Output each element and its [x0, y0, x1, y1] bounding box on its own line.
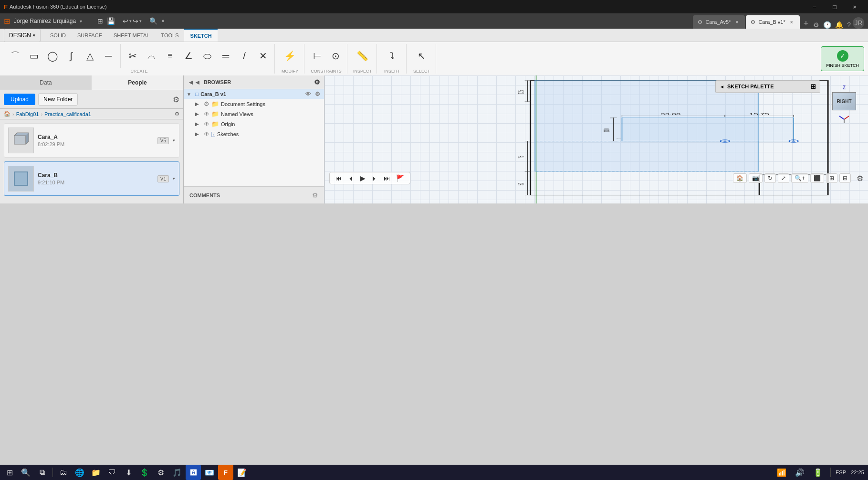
- design-button[interactable]: DESIGN ▾: [4, 29, 41, 42]
- prev-frame-btn[interactable]: ⏴: [346, 173, 356, 183]
- bell-icon[interactable]: 🔔: [833, 21, 845, 29]
- undo-icon[interactable]: ↩: [123, 17, 128, 25]
- browser-item-origin[interactable]: ▶ 👁 📁 Origin: [184, 119, 324, 129]
- home-view-btn[interactable]: 🏠: [733, 173, 747, 183]
- browser-root-item[interactable]: ▼ □ Cara_B v1 👁 ⚙: [184, 89, 324, 99]
- browser-item-sketches[interactable]: ▶ 👁 ⌺ Sketches: [184, 129, 324, 139]
- line-tool-btn[interactable]: ─: [100, 44, 117, 67]
- hatch-tool-btn[interactable]: ≡: [161, 44, 178, 67]
- breadcrumb-fabdig01[interactable]: FabDig01: [16, 111, 39, 117]
- clock-icon[interactable]: 🕐: [821, 21, 833, 29]
- task-view-icon[interactable]: ⧉: [34, 465, 50, 480]
- grid-btn[interactable]: ⊞: [826, 173, 837, 183]
- new-folder-button[interactable]: New Folder: [38, 93, 78, 106]
- version-dropdown-cara-b[interactable]: ▾: [173, 176, 175, 181]
- spline-tool-btn[interactable]: ∫: [63, 44, 80, 67]
- settings-icon[interactable]: ⚙: [811, 21, 821, 29]
- user-name[interactable]: Jorge Ramirez Urquiaga: [14, 18, 76, 24]
- finish-sketch-button[interactable]: ✓ FINISH SKETCH: [821, 46, 864, 71]
- ribbon-tab-solid[interactable]: SOLID: [44, 29, 72, 42]
- ellipse-tool-btn[interactable]: ⬭: [199, 44, 216, 67]
- browser-root-eye-icon[interactable]: 👁: [305, 91, 311, 97]
- file-item-cara-a[interactable]: Cara_A 8:02:29 PM V5 ▾: [4, 123, 179, 158]
- tab-cara-av5[interactable]: ⚙ Cara_Av5* ×: [693, 15, 745, 29]
- diag-line-btn[interactable]: /: [236, 44, 253, 67]
- file-version-cara-a[interactable]: V5: [157, 137, 169, 144]
- camera-btn[interactable]: 📷: [749, 173, 763, 183]
- browser-item-named-views[interactable]: ▶ 👁 📁 Named Views: [184, 109, 324, 119]
- search-icon[interactable]: 🔍: [149, 17, 157, 25]
- browser-sketches-eye-icon[interactable]: 👁: [204, 131, 209, 138]
- tab-close-active-icon[interactable]: ×: [788, 19, 795, 25]
- play-btn[interactable]: ▶: [358, 173, 367, 183]
- first-frame-btn[interactable]: ⏮: [334, 173, 344, 183]
- constraint-h-btn[interactable]: ⊢: [308, 44, 325, 67]
- circle-tool-btn[interactable]: ◯: [44, 44, 61, 67]
- viewport-settings-icon[interactable]: ⚙: [857, 174, 863, 183]
- save-icon[interactable]: 💾: [107, 17, 115, 25]
- security-icon[interactable]: 🛡: [105, 465, 120, 480]
- close-button[interactable]: ×: [845, 0, 864, 13]
- ribbon-tab-sketch[interactable]: SKETCH: [184, 29, 217, 42]
- browser-item-doc-settings[interactable]: ▶ ⚙ 📁 Document Settings: [184, 99, 324, 109]
- browser-icon[interactable]: 🌐: [72, 465, 87, 480]
- breadcrumb-settings-icon[interactable]: ⚙: [175, 111, 179, 117]
- user-dropdown-icon[interactable]: ▾: [80, 19, 82, 24]
- help-icon[interactable]: ?: [845, 21, 853, 29]
- volume-taskbar-icon[interactable]: 🔊: [792, 465, 807, 480]
- file-manager-icon[interactable]: 🗂: [56, 465, 71, 480]
- battery-taskbar-icon[interactable]: 🔋: [810, 465, 826, 480]
- browser-options-icon[interactable]: ⚙: [314, 78, 320, 86]
- file-version-cara-b[interactable]: V1: [157, 175, 169, 182]
- settings-taskbar-icon[interactable]: ⚙: [153, 465, 168, 480]
- marker-btn[interactable]: 🚩: [394, 173, 406, 183]
- browser-named-views-eye-icon[interactable]: 👁: [204, 111, 209, 117]
- ribbon-tab-tools[interactable]: TOOLS: [155, 29, 184, 42]
- ribbon-tab-surface[interactable]: SURFACE: [72, 29, 108, 42]
- modify-btn[interactable]: ⚡: [281, 44, 299, 67]
- undo-dropdown-icon[interactable]: ▾: [129, 19, 132, 23]
- home-icon[interactable]: 🏠: [4, 111, 10, 117]
- redo-icon[interactable]: ↪: [133, 17, 138, 25]
- language-label[interactable]: ESP: [836, 469, 846, 475]
- search-close-icon[interactable]: ×: [161, 18, 165, 24]
- zoom-in-btn[interactable]: 🔍+: [791, 173, 808, 183]
- browser-expand-origin-icon[interactable]: ▶: [195, 121, 202, 127]
- view-cube-face-right[interactable]: RIGHT: [832, 92, 856, 110]
- equals-tool-btn[interactable]: ═: [217, 44, 234, 67]
- scissors-tool-btn[interactable]: ✂: [124, 44, 141, 67]
- sketch-palette-expand-icon[interactable]: ◄: [720, 84, 724, 89]
- insert-btn[interactable]: ⤵: [384, 44, 401, 67]
- version-dropdown-cara-a[interactable]: ▾: [173, 138, 175, 143]
- triangle-tool-btn[interactable]: △: [81, 44, 98, 67]
- browser-origin-eye-icon[interactable]: 👁: [204, 121, 209, 128]
- panel-tab-people[interactable]: People: [92, 75, 183, 90]
- rect-tool-btn[interactable]: ▭: [25, 44, 42, 67]
- fusion-taskbar-icon[interactable]: F: [218, 465, 233, 480]
- constraint-circle-btn[interactable]: ⊙: [327, 44, 344, 67]
- grid-icon[interactable]: ⊞: [97, 17, 103, 25]
- orbit-btn[interactable]: ↻: [764, 173, 776, 183]
- minimize-button[interactable]: −: [805, 0, 824, 13]
- file-item-cara-b[interactable]: Cara_B 9:21:10 PM V1 ▾: [4, 161, 179, 196]
- browser-expand-root-icon[interactable]: ▼: [187, 92, 193, 97]
- panel-tab-data[interactable]: Data: [0, 75, 92, 90]
- angle-tool-btn[interactable]: ∠: [180, 44, 197, 67]
- inspect-btn[interactable]: 📏: [354, 44, 371, 67]
- maximize-button[interactable]: □: [825, 0, 844, 13]
- zoom-fit-btn[interactable]: ⤢: [778, 173, 789, 183]
- tab-cara-bv1[interactable]: ⚙ Cara_B v1* ×: [746, 15, 799, 29]
- comments-settings-icon[interactable]: ⚙: [312, 192, 318, 199]
- music-icon[interactable]: 🎵: [169, 465, 185, 480]
- tab-close-icon[interactable]: ×: [733, 19, 740, 25]
- next-frame-btn[interactable]: ⏵: [369, 173, 380, 183]
- redo-dropdown-icon[interactable]: ▾: [139, 19, 142, 23]
- sketch-palette-header[interactable]: ◄ SKETCH PALETTE ⊞: [716, 81, 820, 93]
- app1-icon[interactable]: 🅰: [186, 465, 201, 480]
- browser-expand-named-views-icon[interactable]: ▶: [195, 111, 202, 117]
- word-icon[interactable]: 📝: [234, 465, 250, 480]
- select-btn[interactable]: ↖: [413, 44, 430, 67]
- panel-settings-icon[interactable]: ⚙: [173, 95, 179, 104]
- display-mode-btn[interactable]: ⬛: [810, 173, 824, 183]
- breadcrumb-practica[interactable]: Practica_calificada1: [44, 111, 91, 117]
